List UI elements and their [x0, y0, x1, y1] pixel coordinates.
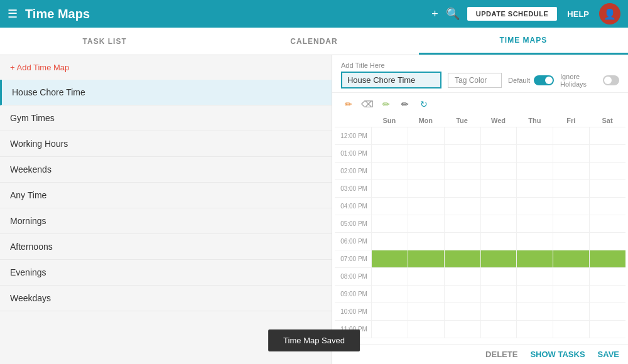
help-button[interactable]: HELP [567, 9, 589, 19]
calendar-cell[interactable] [553, 215, 589, 232]
calendar-cell[interactable] [480, 127, 517, 144]
calendar-cell[interactable] [371, 198, 408, 215]
tab-task-list[interactable]: TASK LIST [0, 28, 209, 55]
calendar-cell[interactable] [371, 180, 408, 197]
calendar-cell[interactable] [516, 180, 553, 197]
calendar-cell[interactable] [589, 233, 625, 250]
calendar-cell[interactable] [444, 250, 480, 267]
calendar-cell[interactable] [408, 215, 444, 232]
calendar-cell[interactable] [444, 127, 480, 144]
calendar-cell[interactable] [589, 163, 625, 179]
orange-pencil-icon[interactable]: ✏ [341, 97, 356, 112]
calendar-cell[interactable] [480, 321, 517, 338]
calendar-cell[interactable] [480, 198, 517, 215]
sidebar-item-weekends[interactable]: Weekends [0, 157, 332, 183]
calendar-cell[interactable] [553, 233, 589, 250]
sidebar-item-afternoons[interactable]: Afternoons [0, 234, 332, 260]
calendar-cell[interactable] [589, 127, 625, 144]
calendar-cell[interactable] [516, 268, 553, 285]
calendar-cell[interactable] [408, 268, 444, 285]
calendar-cell[interactable] [480, 180, 517, 197]
calendar-cell[interactable] [444, 286, 480, 302]
calendar-cell[interactable] [480, 215, 517, 232]
tab-time-maps[interactable]: TIME MAPS [419, 28, 628, 55]
calendar-cell[interactable] [480, 145, 517, 162]
calendar-cell[interactable] [553, 163, 589, 179]
calendar-cell[interactable] [444, 268, 480, 285]
calendar-cell[interactable] [553, 198, 589, 215]
refresh-icon[interactable]: ↻ [416, 97, 431, 112]
sidebar-item-house-chore-time[interactable]: House Chore Time [0, 80, 332, 105]
calendar-cell[interactable] [589, 145, 625, 162]
update-schedule-button[interactable]: UPDATE SCHEDULE [467, 7, 557, 21]
sidebar-item-gym-times[interactable]: Gym Times [0, 105, 332, 131]
calendar-cell[interactable] [444, 198, 480, 215]
ignore-holidays-toggle[interactable] [603, 75, 619, 85]
calendar-cell[interactable] [553, 321, 589, 338]
calendar-cell[interactable] [480, 250, 517, 267]
calendar-cell[interactable] [516, 233, 553, 250]
calendar-cell[interactable] [516, 163, 553, 179]
calendar-cell[interactable] [408, 127, 444, 144]
calendar-cell[interactable] [408, 145, 444, 162]
calendar-cell[interactable] [408, 303, 444, 320]
eraser-icon[interactable]: ⌫ [360, 97, 375, 112]
black-pencil-icon[interactable]: ✏ [398, 97, 413, 112]
green-pencil-icon[interactable]: ✏ [379, 97, 394, 112]
add-time-map-button[interactable]: + Add Time Map [0, 55, 332, 80]
delete-button[interactable]: DELETE [485, 350, 517, 359]
calendar-cell[interactable] [444, 233, 480, 250]
calendar-cell[interactable] [371, 215, 408, 232]
calendar-cell[interactable] [480, 303, 517, 320]
calendar-cell[interactable] [589, 268, 625, 285]
calendar-cell[interactable] [480, 163, 517, 179]
calendar-cell[interactable] [516, 215, 553, 232]
sidebar-item-any-time[interactable]: Any Time [0, 183, 332, 208]
calendar-cell[interactable] [371, 163, 408, 179]
calendar-cell[interactable] [516, 286, 553, 302]
sidebar-item-working-hours[interactable]: Working Hours [0, 131, 332, 157]
title-input[interactable] [341, 72, 441, 88]
calendar-cell[interactable] [444, 321, 480, 338]
calendar-cell[interactable] [444, 180, 480, 197]
calendar-cell[interactable] [589, 321, 625, 338]
save-button[interactable]: SAVE [598, 350, 619, 359]
menu-icon[interactable]: ☰ [8, 7, 18, 21]
calendar-cell[interactable] [408, 286, 444, 302]
calendar-cell[interactable] [444, 145, 480, 162]
calendar-cell[interactable] [553, 180, 589, 197]
calendar-cell[interactable] [553, 145, 589, 162]
calendar-cell[interactable] [408, 321, 444, 338]
calendar-cell[interactable] [408, 198, 444, 215]
calendar-cell[interactable] [408, 180, 444, 197]
calendar-cell[interactable] [516, 250, 553, 267]
add-icon[interactable]: + [431, 8, 438, 21]
calendar-cell[interactable] [589, 215, 625, 232]
default-toggle[interactable] [534, 75, 554, 85]
calendar-cell[interactable] [553, 286, 589, 302]
calendar-cell[interactable] [371, 233, 408, 250]
calendar-cell[interactable] [408, 233, 444, 250]
show-tasks-button[interactable]: SHOW TASKS [530, 350, 585, 359]
calendar-cell[interactable] [480, 268, 517, 285]
calendar-cell[interactable] [408, 250, 444, 267]
calendar-cell[interactable] [516, 198, 553, 215]
calendar-cell[interactable] [589, 180, 625, 197]
calendar-cell[interactable] [516, 127, 553, 144]
calendar-cell[interactable] [553, 303, 589, 320]
calendar-cell[interactable] [553, 268, 589, 285]
calendar-cell[interactable] [589, 250, 625, 267]
calendar-cell[interactable] [371, 286, 408, 302]
sidebar-item-evenings[interactable]: Evenings [0, 260, 332, 286]
calendar-cell[interactable] [371, 321, 408, 338]
calendar-cell[interactable] [553, 250, 589, 267]
calendar-cell[interactable] [371, 303, 408, 320]
sidebar-item-mornings[interactable]: Mornings [0, 208, 332, 234]
calendar-cell[interactable] [444, 163, 480, 179]
avatar[interactable]: 👤 [599, 3, 620, 24]
calendar-cell[interactable] [480, 233, 517, 250]
calendar-cell[interactable] [516, 303, 553, 320]
calendar-cell[interactable] [516, 321, 553, 338]
calendar-cell[interactable] [408, 163, 444, 179]
search-icon[interactable]: 🔍 [446, 7, 460, 21]
